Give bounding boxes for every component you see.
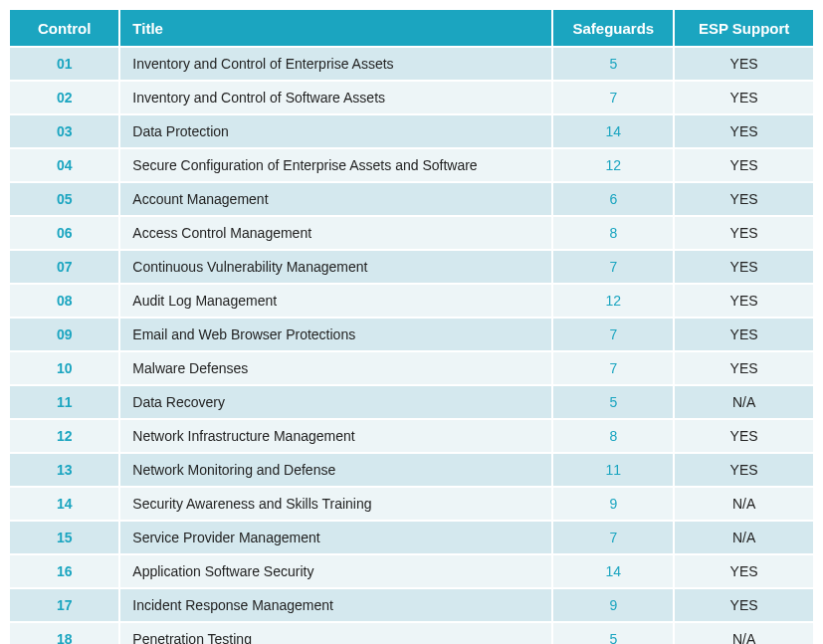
cell-safeguards: 5 — [553, 386, 673, 418]
table-row: 01Inventory and Control of Enterprise As… — [10, 48, 813, 80]
cell-control: 03 — [10, 115, 118, 147]
cell-control: 18 — [10, 623, 118, 644]
cell-esp-support: YES — [675, 251, 813, 283]
cell-esp-support: YES — [675, 319, 813, 350]
cell-control: 09 — [10, 319, 118, 350]
cell-control: 13 — [10, 454, 118, 486]
cell-esp-support: YES — [675, 285, 813, 317]
table-row: 14Security Awareness and Skills Training… — [10, 488, 813, 520]
cell-esp-support: YES — [675, 82, 813, 113]
table-row: 02Inventory and Control of Software Asse… — [10, 82, 813, 113]
cell-title: Secure Configuration of Enterprise Asset… — [120, 149, 551, 181]
cell-control: 07 — [10, 251, 118, 283]
cell-safeguards: 5 — [553, 623, 673, 644]
cell-title: Audit Log Management — [120, 285, 551, 317]
cell-safeguards: 8 — [553, 217, 673, 249]
cell-title: Data Recovery — [120, 386, 551, 418]
cell-title: Email and Web Browser Protections — [120, 319, 551, 350]
cell-control: 08 — [10, 285, 118, 317]
cell-title: Access Control Management — [120, 217, 551, 249]
cell-title: Penetration Testing — [120, 623, 551, 644]
cell-title: Service Provider Management — [120, 522, 551, 553]
cell-control: 05 — [10, 183, 118, 215]
cell-title: Continuous Vulnerability Management — [120, 251, 551, 283]
cell-esp-support: N/A — [675, 386, 813, 418]
cell-title: Inventory and Control of Enterprise Asse… — [120, 48, 551, 80]
cell-title: Data Protection — [120, 115, 551, 147]
cell-control: 11 — [10, 386, 118, 418]
cell-esp-support: YES — [675, 48, 813, 80]
table-row: 08Audit Log Management12YES — [10, 285, 813, 317]
cell-title: Security Awareness and Skills Training — [120, 488, 551, 520]
table-row: 09Email and Web Browser Protections7YES — [10, 319, 813, 350]
table-row: 13Network Monitoring and Defense11YES — [10, 454, 813, 486]
table-header-row: Control Title Safeguards ESP Support — [10, 10, 813, 46]
cell-esp-support: YES — [675, 420, 813, 452]
cell-title: Account Management — [120, 183, 551, 215]
table-row: 16Application Software Security14YES — [10, 555, 813, 587]
cell-esp-support: YES — [675, 352, 813, 384]
table-row: 07Continuous Vulnerability Management7YE… — [10, 251, 813, 283]
cell-control: 02 — [10, 82, 118, 113]
cell-safeguards: 12 — [553, 285, 673, 317]
cell-safeguards: 7 — [553, 251, 673, 283]
table-row: 15Service Provider Management7N/A — [10, 522, 813, 553]
cell-esp-support: N/A — [675, 623, 813, 644]
cell-control: 16 — [10, 555, 118, 587]
cell-esp-support: YES — [675, 555, 813, 587]
cell-title: Inventory and Control of Software Assets — [120, 82, 551, 113]
cell-safeguards: 12 — [553, 149, 673, 181]
table-row: 05Account Management6YES — [10, 183, 813, 215]
cell-safeguards: 14 — [553, 115, 673, 147]
cell-title: Incident Response Management — [120, 589, 551, 621]
col-header-safeguards: Safeguards — [553, 10, 673, 46]
cell-control: 14 — [10, 488, 118, 520]
table-row: 06Access Control Management8YES — [10, 217, 813, 249]
cell-control: 01 — [10, 48, 118, 80]
cell-esp-support: YES — [675, 183, 813, 215]
table-row: 12Network Infrastructure Management8YES — [10, 420, 813, 452]
cell-title: Network Infrastructure Management — [120, 420, 551, 452]
cell-safeguards: 5 — [553, 48, 673, 80]
cell-safeguards: 11 — [553, 454, 673, 486]
cell-control: 12 — [10, 420, 118, 452]
cell-esp-support: YES — [675, 217, 813, 249]
cell-safeguards: 7 — [553, 522, 673, 553]
cell-control: 17 — [10, 589, 118, 621]
cell-control: 10 — [10, 352, 118, 384]
cell-safeguards: 6 — [553, 183, 673, 215]
table-row: 17Incident Response Management9YES — [10, 589, 813, 621]
cell-title: Application Software Security — [120, 555, 551, 587]
cell-safeguards: 14 — [553, 555, 673, 587]
cell-safeguards: 9 — [553, 589, 673, 621]
table-row: 10Malware Defenses7YES — [10, 352, 813, 384]
cell-safeguards: 8 — [553, 420, 673, 452]
col-header-title: Title — [120, 10, 551, 46]
col-header-esp: ESP Support — [675, 10, 813, 46]
table-row: 11Data Recovery5N/A — [10, 386, 813, 418]
cell-safeguards: 7 — [553, 352, 673, 384]
cell-esp-support: YES — [675, 454, 813, 486]
cell-safeguards: 9 — [553, 488, 673, 520]
cell-esp-support: YES — [675, 589, 813, 621]
cell-esp-support: YES — [675, 149, 813, 181]
cell-safeguards: 7 — [553, 319, 673, 350]
cell-esp-support: YES — [675, 115, 813, 147]
cell-safeguards: 7 — [553, 82, 673, 113]
col-header-control: Control — [10, 10, 118, 46]
cell-control: 06 — [10, 217, 118, 249]
cell-control: 15 — [10, 522, 118, 553]
cell-control: 04 — [10, 149, 118, 181]
cell-esp-support: N/A — [675, 488, 813, 520]
cell-title: Malware Defenses — [120, 352, 551, 384]
cell-esp-support: N/A — [675, 522, 813, 553]
table-row: 03Data Protection14YES — [10, 115, 813, 147]
controls-table: Control Title Safeguards ESP Support 01I… — [8, 8, 815, 644]
table-row: 18Penetration Testing5N/A — [10, 623, 813, 644]
table-row: 04Secure Configuration of Enterprise Ass… — [10, 149, 813, 181]
cell-title: Network Monitoring and Defense — [120, 454, 551, 486]
